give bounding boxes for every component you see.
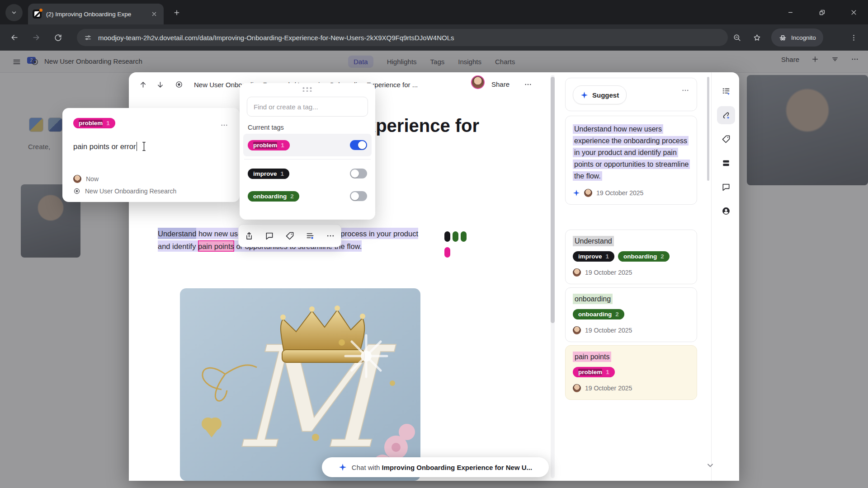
comment-icon[interactable]: [262, 228, 277, 244]
highlight-edit-popup: problem1 pain points or error Now New Us…: [62, 108, 240, 202]
tag-row-onboarding[interactable]: onboarding2: [243, 185, 372, 207]
timestamp-row: Now: [73, 175, 99, 183]
incognito-icon: [778, 33, 787, 42]
profile-icon[interactable]: [717, 202, 735, 220]
scroll-down-chevron-icon[interactable]: [704, 459, 717, 472]
tag-icon[interactable]: [282, 228, 297, 244]
highlighter-sparkle-icon[interactable]: [717, 106, 735, 124]
source-label: New User Onboarding Research: [85, 188, 176, 195]
highlight-indicator[interactable]: [453, 231, 458, 242]
collaborator-avatar[interactable]: [471, 75, 485, 89]
browser-menu-icon[interactable]: [846, 30, 861, 45]
highlight-card[interactable]: Understandimprove1onboarding219 October …: [565, 230, 697, 284]
previous-item-icon[interactable]: [136, 78, 150, 91]
tag-toggle[interactable]: [350, 140, 367, 150]
reload-icon[interactable]: [51, 30, 65, 45]
selection-toolbar: [238, 224, 341, 247]
window-close-button[interactable]: [842, 3, 865, 22]
tab-search-chevron-icon[interactable]: [5, 4, 23, 21]
chat-prefix: Chat with: [352, 464, 382, 471]
window-restore-button[interactable]: [810, 3, 834, 22]
highlight-card[interactable]: pain pointsproblem119 October 2025: [565, 345, 697, 400]
tab-title: (2) Improving Onboarding Expe: [46, 11, 149, 18]
highlight-date: 19 October 2025: [596, 189, 643, 197]
site-settings-icon[interactable]: [84, 34, 92, 42]
tag-toggle[interactable]: [350, 191, 367, 201]
tag-dropdown: Current tags problem1improve1onboarding2: [240, 83, 375, 220]
highlight-text-input[interactable]: pain points or error: [73, 141, 147, 151]
next-item-icon[interactable]: [153, 78, 167, 91]
tag-pill[interactable]: onboarding2: [618, 251, 670, 262]
chat-doc-title: Improving Onboarding Experience for New …: [382, 464, 533, 471]
right-tool-strip: [717, 82, 736, 220]
source-target-icon: [73, 188, 80, 195]
highlight-indicator[interactable]: [444, 247, 450, 258]
new-tab-button[interactable]: [170, 6, 184, 19]
popup-more-icon[interactable]: [218, 119, 231, 131]
summary-sparkle-icon[interactable]: [717, 82, 735, 100]
doc-image[interactable]: M: [180, 288, 420, 481]
highlight-card[interactable]: onboardingonboarding219 October 2025: [565, 287, 697, 342]
highlight-margin-marks: [444, 231, 467, 263]
tag-row-problem[interactable]: problem1: [243, 134, 372, 156]
panel-divider: [711, 72, 712, 481]
comment-icon[interactable]: [717, 178, 735, 196]
doc-more-icon[interactable]: [521, 78, 535, 91]
browser-tab-strip: (2) Improving Onboarding Expe: [0, 0, 868, 24]
highlighted-text[interactable]: Understand: [158, 228, 196, 239]
tag-pill[interactable]: onboarding2: [573, 309, 624, 319]
highlight-indicator[interactable]: [444, 231, 450, 242]
tag-pill[interactable]: problem1: [573, 367, 615, 377]
suggest-card: Suggest: [565, 78, 697, 111]
tag-pill[interactable]: problem1: [248, 140, 290, 150]
chat-launcher[interactable]: Chat with Improving Onboarding Experienc…: [322, 457, 549, 477]
source-row[interactable]: New User Onboarding Research: [73, 188, 176, 195]
highlight-date: 19 October 2025: [585, 385, 632, 392]
zoom-icon[interactable]: [730, 30, 744, 45]
incognito-badge: Incognito: [771, 28, 823, 47]
sparkle-icon: [339, 463, 347, 471]
highlighted-text[interactable]: pain points: [198, 240, 234, 252]
tag-toggle[interactable]: [350, 169, 367, 178]
ibeam-cursor: [141, 141, 147, 151]
panel-more-icon[interactable]: [681, 86, 689, 94]
time-label: Now: [86, 175, 99, 183]
ai-sparkle-icon: [573, 189, 580, 197]
bookmark-star-icon[interactable]: [750, 30, 764, 45]
tag-row-improve[interactable]: improve1: [243, 162, 372, 185]
tag-pill[interactable]: onboarding2: [248, 191, 299, 202]
browser-tab[interactable]: (2) Improving Onboarding Expe: [28, 4, 164, 24]
author-avatar: [573, 326, 581, 334]
window-minimize-button[interactable]: [778, 3, 802, 22]
tag-icon[interactable]: [717, 130, 735, 148]
breadcrumb-target-icon: [172, 78, 186, 91]
suggest-button[interactable]: Suggest: [573, 85, 627, 104]
highlight-indicator[interactable]: [461, 231, 467, 242]
back-icon[interactable]: [7, 30, 22, 45]
highlight-card[interactable]: Understand how new users experience the …: [565, 116, 697, 205]
author-avatar: [573, 268, 581, 277]
share-icon[interactable]: [241, 228, 257, 244]
tag-search-input[interactable]: [247, 97, 368, 117]
doc-scrollbar[interactable]: [551, 75, 555, 478]
browser-toolbar: moodjoy-team-2h2v.dovetail.com/data/Impr…: [0, 24, 868, 51]
tab-close-icon[interactable]: [149, 9, 159, 19]
doc-share-button[interactable]: Share: [491, 80, 509, 88]
highlights-icon[interactable]: [302, 228, 318, 244]
more-icon[interactable]: [323, 228, 338, 244]
url-bar[interactable]: moodjoy-team-2h2v.dovetail.com/data/Impr…: [77, 29, 728, 46]
text-caret: [137, 142, 137, 151]
highlight-date: 19 October 2025: [585, 327, 632, 334]
author-avatar: [73, 175, 81, 183]
dovetail-favicon: [33, 9, 42, 19]
highlight-date: 19 October 2025: [585, 269, 632, 276]
forward-icon[interactable]: [29, 30, 43, 45]
panel-scrollbar[interactable]: [707, 77, 709, 181]
tag-pill[interactable]: problem1: [73, 118, 115, 128]
drag-handle-icon[interactable]: [303, 87, 312, 92]
incognito-label: Incognito: [791, 34, 816, 41]
url-text: moodjoy-team-2h2v.dovetail.com/data/Impr…: [98, 34, 454, 42]
cards-icon[interactable]: [717, 154, 735, 172]
tag-pill[interactable]: improve1: [248, 169, 289, 179]
tag-pill[interactable]: improve1: [573, 251, 614, 262]
